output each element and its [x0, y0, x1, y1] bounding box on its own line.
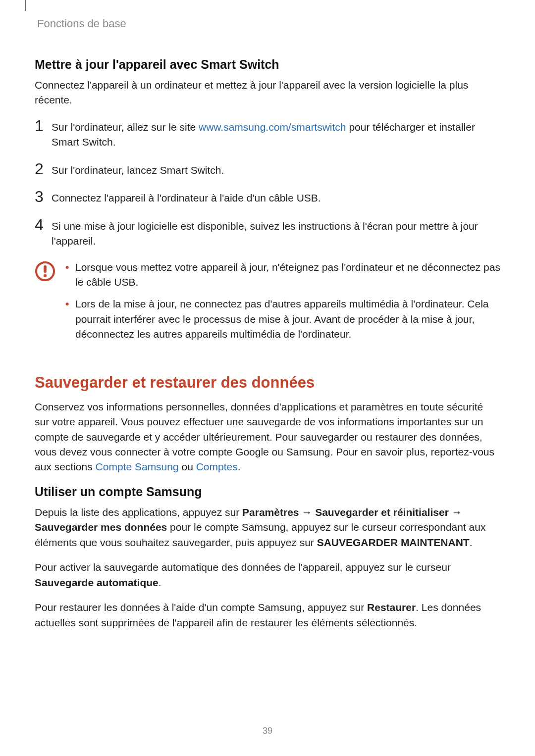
arrow-icon: → [449, 506, 462, 518]
text-fragment: Depuis la liste des applications, appuye… [35, 506, 242, 518]
text-fragment: ou [179, 461, 196, 472]
warning-list: • Lorsque vous mettez votre appareil à j… [65, 260, 500, 349]
warning-icon [35, 261, 55, 282]
samsung-account-p1: Depuis la liste des applications, appuye… [35, 505, 500, 550]
comptes-link[interactable]: Comptes [196, 461, 238, 472]
page-number: 39 [0, 726, 535, 736]
step-number: 1 [35, 118, 52, 134]
warning-text: Lors de la mise à jour, ne connectez pas… [75, 297, 500, 342]
text-fragment: Pour activer la sauvegarde automatique d… [35, 561, 451, 573]
ui-label-parametres: Paramètres [242, 506, 299, 518]
svg-rect-1 [44, 265, 47, 273]
samsung-account-p3: Pour restaurer les données à l'aide d'un… [35, 600, 500, 630]
warning-block: • Lorsque vous mettez votre appareil à j… [35, 260, 500, 349]
text-fragment: . [159, 577, 161, 588]
bullet-icon: • [65, 297, 75, 342]
ui-label-sauvegarder-mes-donnees: Sauvegarder mes données [35, 521, 167, 533]
breadcrumb: Fonctions de base [37, 17, 500, 30]
step-text: Sur l'ordinateur, lancez Smart Switch. [52, 161, 224, 178]
section-smart-switch-title: Mettre à jour l'appareil avec Smart Swit… [35, 57, 500, 72]
ui-label-sauvegarder-maintenant: SAUVEGARDER MAINTENANT [317, 537, 470, 548]
section-samsung-account-title: Utiliser un compte Samsung [35, 485, 500, 499]
text-fragment: . [238, 461, 241, 472]
warning-item: • Lors de la mise à jour, ne connectez p… [65, 297, 500, 342]
section-smart-switch-intro: Connectez l'appareil à un ordinateur et … [35, 78, 500, 108]
warning-item: • Lorsque vous mettez votre appareil à j… [65, 260, 500, 290]
svg-point-2 [44, 274, 47, 277]
top-rule-decoration [25, 0, 26, 11]
text-fragment: . [470, 537, 473, 548]
ui-label-sauvegarder-reinit: Sauvegarder et réinitialiser [315, 506, 449, 518]
smartswitch-link[interactable]: www.samsung.com/smartswitch [199, 121, 346, 133]
step-number: 4 [35, 217, 52, 233]
page: Fonctions de base Mettre à jour l'appare… [0, 0, 535, 756]
warning-text: Lorsque vous mettez votre appareil à jou… [75, 260, 500, 290]
step-3: 3 Connectez l'appareil à l'ordinateur à … [35, 189, 500, 205]
arrow-icon: → [299, 506, 316, 518]
ui-label-restaurer: Restaurer [367, 602, 416, 613]
section-backup-intro: Conservez vos informations personnelles,… [35, 400, 500, 475]
samsung-account-p2: Pour activer la sauvegarde automatique d… [35, 560, 500, 590]
bullet-icon: • [65, 260, 75, 290]
section-backup-title: Sauvegarder et restaurer des données [35, 374, 500, 392]
step-4: 4 Si une mise à jour logicielle est disp… [35, 217, 500, 249]
text-fragment: Sur l'ordinateur, allez sur le site [52, 121, 199, 133]
step-text: Connectez l'appareil à l'ordinateur à l'… [52, 189, 321, 205]
text-fragment: Pour restaurer les données à l'aide d'un… [35, 602, 367, 613]
step-1: 1 Sur l'ordinateur, allez sur le site ww… [35, 118, 500, 150]
step-text: Sur l'ordinateur, allez sur le site www.… [52, 118, 500, 150]
ui-label-sauvegarde-auto: Sauvegarde automatique [35, 577, 159, 588]
step-number: 2 [35, 161, 52, 177]
compte-samsung-link[interactable]: Compte Samsung [96, 461, 179, 472]
step-2: 2 Sur l'ordinateur, lancez Smart Switch. [35, 161, 500, 178]
step-text: Si une mise à jour logicielle est dispon… [52, 217, 500, 249]
step-number: 3 [35, 189, 52, 204]
